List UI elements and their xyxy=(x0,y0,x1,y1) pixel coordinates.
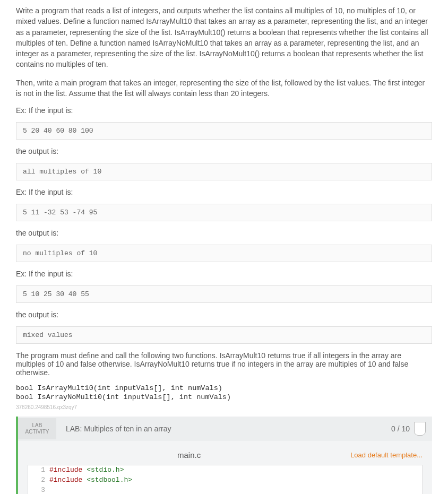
example-1-input: 5 20 40 60 80 100 xyxy=(16,122,432,140)
intro-paragraph-1: Write a program that reads a list of int… xyxy=(16,5,432,70)
load-default-template-link[interactable]: Load default template... xyxy=(350,451,423,459)
lab-activity-label-2: ACTIVITY xyxy=(23,429,51,435)
lab-header: LAB ACTIVITY LAB: Multiples of ten in an… xyxy=(18,417,432,441)
line-number: 3 xyxy=(28,486,49,494)
lab-activity-label-1: LAB xyxy=(23,422,51,429)
editor-line: 1 #include <stdio.h> xyxy=(28,465,422,475)
signature-2: bool IsArrayNoMult10(int inputVals[], in… xyxy=(16,393,432,401)
problem-description: Write a program that reads a list of int… xyxy=(16,5,432,99)
tiny-id: 378260.2498516.qx3zqy7 xyxy=(16,404,432,410)
example-3-input-label: Ex: If the input is: xyxy=(16,270,432,278)
file-name: main.c xyxy=(28,450,350,460)
example-2-input-label: Ex: If the input is: xyxy=(16,188,432,196)
example-3-output: mixed values xyxy=(16,326,432,344)
example-3-output-label: the output is: xyxy=(16,310,432,319)
example-3-input: 5 10 25 30 40 55 xyxy=(16,285,432,303)
code-content[interactable]: #include <stdio.h> xyxy=(49,465,422,475)
editor-line: 3 xyxy=(28,486,422,494)
code-editor[interactable]: 1 #include <stdio.h> 2 #include <stdbool… xyxy=(28,465,423,494)
line-number: 2 xyxy=(28,475,49,486)
example-2-output-label: the output is: xyxy=(16,229,432,237)
lab-activity-tab[interactable]: LAB ACTIVITY xyxy=(18,418,56,439)
example-2-input: 5 11 -32 53 -74 95 xyxy=(16,204,432,221)
lab-activity-panel: LAB ACTIVITY LAB: Multiples of ten in an… xyxy=(16,417,432,494)
example-1-input-label: Ex: If the input is: xyxy=(16,106,432,115)
example-1-output-label: the output is: xyxy=(16,147,432,155)
signature-1: bool IsArrayMult10(int inputVals[], int … xyxy=(16,384,432,392)
line-number: 1 xyxy=(28,465,49,475)
shield-icon xyxy=(414,422,426,436)
example-1-output: all multiples of 10 xyxy=(16,163,432,180)
lab-score: 0 / 10 xyxy=(391,424,414,433)
code-content[interactable] xyxy=(49,486,422,494)
must-define-text: The program must define and call the fol… xyxy=(16,351,432,377)
editor-line: 2 #include <stdbool.h> xyxy=(28,475,422,486)
example-2-output: no multiples of 10 xyxy=(16,245,432,262)
editor-zone: main.c Load default template... 1 #inclu… xyxy=(18,441,432,494)
intro-paragraph-2: Then, write a main program that takes an… xyxy=(16,77,432,99)
lab-title: LAB: Multiples of ten in an array xyxy=(56,424,391,433)
code-content[interactable]: #include <stdbool.h> xyxy=(49,475,422,486)
file-bar: main.c Load default template... xyxy=(28,450,423,460)
